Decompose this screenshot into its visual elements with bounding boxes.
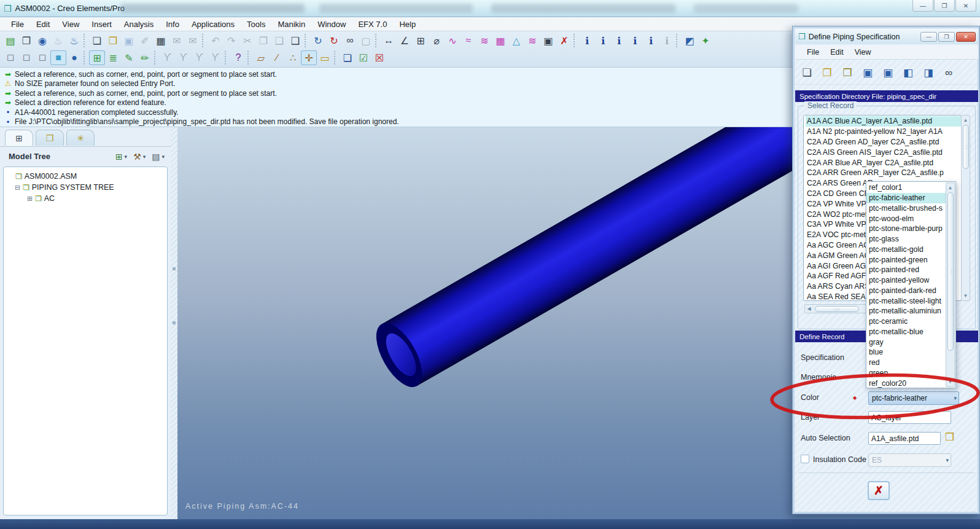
color-dropdown-list[interactable]: ref_color1ptc-fabric-leatherptc-metallic… [866,181,956,388]
info-dimension-icon[interactable]: ℹ [611,33,627,48]
datum-axis-display-icon[interactable]: ∕ [269,50,285,65]
copy-icon[interactable]: ❐ [255,33,271,48]
new-window-icon[interactable]: ❏ [340,50,356,65]
measure-grid-icon[interactable]: ⊞ [413,33,429,48]
color-option[interactable]: ptc-metallic-brushed-s [866,203,946,214]
manikin-walk-icon[interactable]: ϒ [160,50,176,65]
menu-item[interactable]: Help [393,18,422,30]
scroll-up-icon[interactable]: ▲ [946,184,954,192]
tree-show-button[interactable]: ⊞▾ [115,152,127,162]
spec-save-icon[interactable]: ▣ [860,66,876,80]
paste-icon[interactable]: ❑ [271,33,287,48]
analysis-delete-icon[interactable]: ✗ [556,33,572,48]
menu-item[interactable]: EFX 7.0 [352,18,393,30]
record-list-scrollbar[interactable]: ▲ ⋮⋮ ▼ [961,115,970,301]
spec-save-as-icon[interactable]: ▣ [880,66,896,80]
tree-node-asm0002[interactable]: ❒ ASM0002.ASM [6,171,165,182]
color-option[interactable]: ptc-metallic-blue [866,327,946,337]
dialog-close-x-button[interactable]: ✗ [868,481,890,500]
menu-item[interactable]: File [5,18,30,30]
tree-node-piping-system[interactable]: ⊟ ❒ PIPING SYSTEM TREE [6,182,165,193]
color-option[interactable]: ptc-painted-yellow [866,275,946,286]
menu-item[interactable]: Edit [30,18,56,30]
record-row[interactable]: C2A AR Blue AR_layer C2A_asfile.ptd [806,157,961,168]
minimize-button[interactable]: — [912,0,933,12]
cut-icon[interactable]: ✂ [239,33,255,48]
datum-plane-display-icon[interactable]: ▱ [253,50,269,65]
model-tree-tab[interactable]: ⊞ [5,130,33,146]
print-icon[interactable]: ▦ [153,33,169,48]
new-file-icon[interactable]: ❏ [89,33,105,48]
analysis-mesh-icon[interactable]: ≋ [524,33,540,48]
select-help-icon[interactable]: ? [230,50,246,65]
model-tree-toggle-icon[interactable]: ⊞ [89,50,105,65]
connections-icon[interactable]: ✦ [698,33,714,48]
hidden-line-view-icon[interactable]: □ [18,50,34,65]
dropdown-scrollbar[interactable]: ▲ ⋮⋮ ▼ [946,182,955,387]
render-teapot-on-icon[interactable]: ♨ [66,33,82,48]
tree-columns-button[interactable]: ▤▾ [152,152,165,162]
dialog-minimize-button[interactable]: — [920,32,937,42]
render-teapot-off-icon[interactable]: ♨ [50,33,66,48]
info-feature-icon[interactable]: ℹ [595,33,611,48]
color-option[interactable]: ptc-wood-elm [866,213,946,224]
info-model-icon[interactable]: ℹ [627,33,643,48]
color-option[interactable]: ptc-fabric-leather [866,193,946,203]
spec-preview-icon[interactable]: ∞ [941,66,957,80]
analysis-curvature-icon[interactable]: ∿ [445,33,461,48]
columns-right-icon[interactable]: ◨ [920,66,936,80]
dialog-menu-item[interactable]: View [849,47,877,58]
color-option[interactable]: red [866,358,946,368]
color-option[interactable]: blue [866,347,946,358]
analysis-section-icon[interactable]: △ [508,33,524,48]
color-option[interactable]: ptc-glass [866,234,946,245]
record-row[interactable]: A1A N2 ptc-painted-yellow N2_layer A1A [806,127,961,137]
dialog-close-button[interactable]: ✕ [956,32,976,42]
scrollbar-thumb[interactable]: ⋮⋮ [963,125,969,169]
paste-special-icon[interactable]: ❑ [287,33,303,48]
regenerate-set-icon[interactable]: ↻ [326,33,342,48]
scroll-down-icon[interactable]: ▼ [946,378,954,386]
insulation-checkbox[interactable] [801,455,809,463]
regenerate-icon[interactable]: ↻ [310,33,326,48]
menu-item[interactable]: View [56,18,85,30]
manikin-grasp-icon[interactable]: ϒ [208,50,224,65]
dialog-menu-item[interactable]: File [801,47,825,58]
color-option[interactable]: ptc-metallic-aluminiun [866,306,946,316]
expand-icon[interactable]: ⊞ [26,195,34,203]
info-parent-icon[interactable]: ℹ [659,33,675,48]
spec-new-icon[interactable]: ❏ [799,66,815,80]
display-settings-icon[interactable]: ◩ [682,33,698,48]
analysis-surface-icon[interactable]: ≈ [461,33,476,48]
undo-icon[interactable]: ↶ [208,33,224,48]
redo-icon[interactable]: ↷ [224,33,239,48]
spec-open-dir-icon[interactable]: ❒ [839,66,855,80]
menu-item[interactable]: Insert [85,18,118,30]
close-button[interactable]: ✕ [955,0,976,12]
menu-item[interactable]: Applications [185,18,241,30]
favorites-tab[interactable]: ✳ [66,130,95,146]
erase-icon[interactable]: ✐ [137,33,153,48]
spec-open-icon[interactable]: ❒ [819,66,835,80]
record-row[interactable]: C2A ARR Green ARR_layer C2A_asfile.p [806,168,961,178]
send-link-icon[interactable]: ✉ [185,33,201,48]
layer-field[interactable] [868,411,951,424]
scrollbar-thumb[interactable]: ∷∷ [815,306,859,312]
color-option[interactable]: green [866,368,946,378]
open-file-icon[interactable]: ❒ [105,33,121,48]
tree-settings-button[interactable]: ⚒▾ [133,152,146,162]
close-window-icon[interactable]: ☒ [371,50,387,65]
manikin-posture-icon[interactable]: ϒ [192,50,208,65]
color-option[interactable]: ptc-stone-marble-purp [866,224,946,234]
measure-distance-icon[interactable]: ↔ [381,33,397,48]
save-file-icon[interactable]: ▣ [121,33,137,48]
annotation-display-icon[interactable]: ▭ [317,50,333,65]
measure-diameter-icon[interactable]: ⌀ [429,33,445,48]
record-row[interactable]: A1A AC Blue AC_layer A1A_asfile.ptd [806,116,961,127]
select-region-icon[interactable]: ▢ [358,33,374,48]
find-binoculars-icon[interactable]: ∞ [342,33,358,48]
folder-browser-tab[interactable]: ❒ [36,130,64,146]
columns-left-icon[interactable]: ◧ [900,66,916,80]
scroll-down-icon[interactable]: ▼ [962,292,970,300]
datum-point-display-icon[interactable]: ∴ [285,50,301,65]
